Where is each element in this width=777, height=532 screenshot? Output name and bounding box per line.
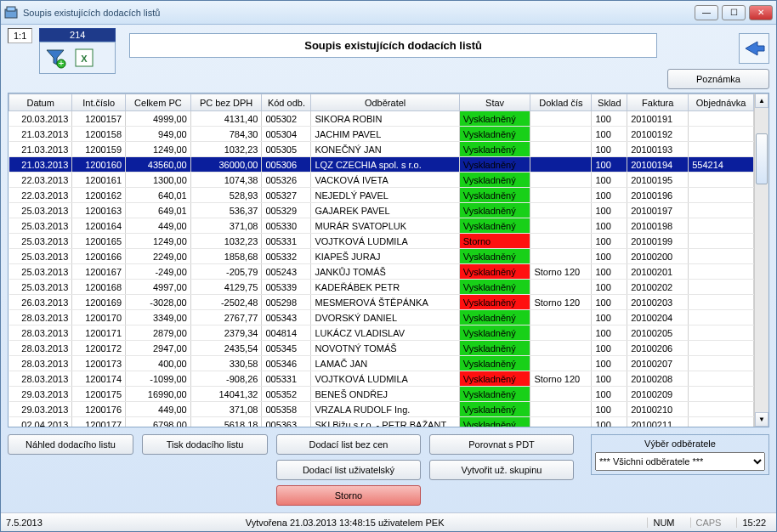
close-button[interactable]: ✕ (749, 5, 773, 20)
customer-selector-label: Výběr odběratele (595, 439, 765, 449)
preview-button[interactable]: Náhled dodacího listu (8, 434, 133, 455)
scroll-up-button[interactable]: ▲ (755, 93, 768, 108)
table-row[interactable]: 29.03.2013120017516990,0014041,32005352B… (9, 387, 754, 402)
scroll-thumb[interactable] (756, 133, 768, 184)
column-header[interactable]: Objednávka (689, 94, 754, 111)
compare-pdt-button[interactable]: Porovnat s PDT (429, 434, 574, 455)
table-row[interactable]: 28.03.20131200174-1099,00-908,26005331VO… (9, 371, 754, 387)
column-header[interactable]: Stav (459, 94, 530, 111)
filter-icon[interactable]: + (42, 44, 69, 71)
table-row[interactable]: 02.04.201312001776798,005618,18005363SKI… (9, 417, 754, 427)
zoom-indicator[interactable]: 1:1 (8, 28, 32, 43)
status-bar: 7.5.2013 Vytvořena 21.03.2013 13:48:15 u… (1, 512, 776, 531)
customer-selector-group: Výběr odběratele *** Všichni odběratele … (591, 434, 769, 475)
column-header[interactable]: Faktura (627, 94, 689, 111)
note-button[interactable]: Poznámka (667, 69, 769, 89)
table-row[interactable]: 25.03.201312001684997,004129,75005339KAD… (9, 280, 754, 295)
table-row[interactable]: 29.03.20131200176449,00371,08005358VRZAL… (9, 402, 754, 417)
table-row[interactable]: 21.03.20131200158949,00784,30005304JACHI… (9, 127, 754, 142)
svg-text:X: X (82, 54, 88, 64)
column-header[interactable]: Int.číslo (72, 94, 126, 111)
titlebar: Soupis existujících dodacích listů — ☐ ✕ (1, 1, 776, 25)
table-row[interactable]: 22.03.201312001611300,001074,38005326VAC… (9, 173, 754, 188)
table-row[interactable]: 21.03.2013120016043560,0036000,00005306L… (9, 157, 754, 173)
status-date: 7.5.2013 (6, 518, 43, 528)
record-counter: 214 (39, 28, 116, 42)
customer-selector[interactable]: *** Všichni odběratele *** (595, 452, 765, 471)
data-grid[interactable]: DatumInt.čísloCelkem PCPC bez DPHKód odb… (9, 93, 754, 427)
export-excel-icon[interactable]: X (71, 44, 98, 71)
status-time: 15:22 (736, 518, 771, 528)
maximize-button[interactable]: ☐ (722, 5, 746, 20)
table-row[interactable]: 25.03.20131200167-249,00-205,79005243JAN… (9, 264, 754, 280)
column-header[interactable]: Kód odb. (262, 94, 311, 111)
app-icon (4, 6, 18, 20)
table-row[interactable]: 22.03.20131200162640,01528,93005327NEJED… (9, 188, 754, 203)
column-header[interactable]: Sklad (592, 94, 627, 111)
create-group-button[interactable]: Vytvořit už. skupinu (429, 460, 574, 480)
print-button[interactable]: Tisk dodacího listu (142, 434, 268, 455)
table-row[interactable]: 20.03.201312001574999,004131,40005302SIK… (9, 111, 754, 127)
table-row[interactable]: 25.03.201312001651249,001032,23005331VOJ… (9, 234, 754, 249)
table-row[interactable]: 21.03.201312001591249,001032,23005305KON… (9, 142, 754, 157)
back-button[interactable] (739, 33, 769, 64)
list-no-prices-button[interactable]: Dodací list bez cen (276, 434, 421, 455)
table-row[interactable]: 28.03.20131200173400,00330,58005346LAMAČ… (9, 356, 754, 371)
minimize-button[interactable]: — (695, 5, 718, 20)
storno-button[interactable]: Storno (276, 485, 421, 506)
svg-rect-1 (7, 7, 15, 11)
table-row[interactable]: 28.03.201312001703349,002767,77005343DVO… (9, 310, 754, 325)
status-created: Vytvořena 21.03.2013 13:48:15 uživatelem… (53, 518, 638, 528)
page-title: Soupis existujících dodacích listů (129, 33, 657, 58)
scroll-down-button[interactable]: ▼ (755, 412, 768, 427)
svg-text:+: + (59, 58, 64, 68)
table-row[interactable]: 28.03.201312001712879,002379,34004814LUK… (9, 325, 754, 341)
status-num: NUM (647, 518, 679, 528)
table-row[interactable]: 28.03.201312001722947,002435,54005345NOV… (9, 341, 754, 356)
table-row[interactable]: 25.03.20131200164449,00371,08005330MURÁR… (9, 218, 754, 234)
column-header[interactable]: Doklad čís (530, 94, 592, 111)
column-header[interactable]: Datum (9, 94, 72, 111)
column-header[interactable]: Odběratel (311, 94, 459, 111)
column-header[interactable]: PC bez DPH (190, 94, 262, 111)
table-row[interactable]: 25.03.201312001662249,001858,68005332KIA… (9, 249, 754, 264)
vertical-scrollbar[interactable]: ▲ ▼ (754, 93, 768, 427)
column-header[interactable]: Celkem PC (126, 94, 191, 111)
status-caps: CAPS (690, 518, 727, 528)
list-user-button[interactable]: Dodací list uživatelský (276, 460, 421, 480)
table-row[interactable]: 26.03.20131200169-3028,00-2502,48005298M… (9, 295, 754, 310)
table-row[interactable]: 25.03.20131200163649,01536,37005329GAJAR… (9, 203, 754, 218)
window-title: Soupis existujících dodacích listů (23, 8, 695, 18)
